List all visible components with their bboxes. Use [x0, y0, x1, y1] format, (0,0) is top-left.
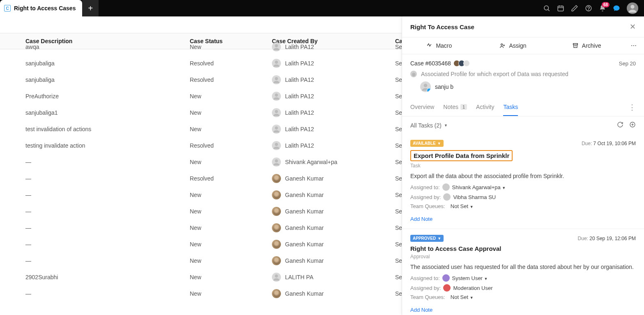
user-avatar-icon [272, 273, 281, 282]
assigned-by-name: Vibha Sharma SU [453, 194, 496, 200]
cell-status: New [184, 225, 266, 231]
tasks-filter-dropdown[interactable]: All Tasks (2) ▼ [410, 122, 448, 129]
chevron-down-icon: ▼ [437, 236, 441, 241]
svg-point-10 [275, 61, 278, 64]
svg-point-16 [275, 160, 278, 162]
profile-row[interactable]: sanju b [420, 81, 636, 92]
user-avatar-icon [272, 125, 281, 134]
task-card[interactable]: APPROVED ▼Due: 20 Sep 19, 12:06 PMRight … [402, 229, 644, 315]
tasks-list: AVAILABLE ▼Due: 7 Oct 19, 10:06 PMExport… [402, 134, 644, 315]
add-note-button[interactable]: Add Note [410, 216, 432, 222]
panel-title: Right To Access Case [410, 23, 474, 30]
tab-activity[interactable]: Activity [476, 99, 494, 116]
panel-more-button[interactable]: ⋯ [623, 37, 644, 54]
assigned-to-name[interactable]: Shivank Agarwal+pa ▼ [452, 184, 506, 190]
refresh-button[interactable] [617, 121, 623, 129]
tab-notes[interactable]: Notes 1 [443, 99, 467, 116]
avatar-icon [442, 274, 450, 282]
case-date: Sep 20 [619, 60, 636, 67]
chat-icon[interactable] [613, 5, 620, 12]
task-status-dropdown[interactable]: APPROVED ▼ [410, 235, 444, 242]
associated-profile-label: ◎ Associated Profile for which export of… [410, 71, 636, 77]
cell-description: sanjubaliga1 [20, 109, 184, 116]
cell-description: — [20, 225, 184, 231]
participant-avatars[interactable] [453, 60, 470, 67]
svg-line-1 [548, 9, 550, 11]
user-avatar-icon [272, 240, 281, 249]
avatar-icon [442, 183, 450, 191]
user-avatar-icon [272, 42, 281, 51]
user-name: Ganesh Kumar [285, 241, 324, 248]
add-tab-button[interactable]: + [82, 0, 99, 16]
team-queues-value[interactable]: Not Set ▼ [451, 294, 474, 300]
user-name: Ganesh Kumar [285, 225, 324, 231]
avatar-mini-icon [463, 60, 470, 67]
profile-avatar-icon [420, 81, 431, 92]
case-number-text: Case #6035468 [410, 60, 451, 67]
user-avatar-icon [272, 75, 281, 84]
task-card[interactable]: AVAILABLE ▼Due: 7 Oct 19, 10:06 PMExport… [402, 134, 644, 229]
refresh-icon [617, 121, 623, 128]
tab-right-to-access[interactable]: C Right to Access Cases [0, 0, 82, 16]
panel-tabs-menu-button[interactable]: ⋮ [628, 103, 636, 112]
assign-button[interactable]: Assign [476, 37, 550, 54]
top-bar: C Right to Access Cases + 68 [0, 0, 644, 16]
svg-point-14 [275, 127, 278, 130]
user-name: LALITH PA [285, 274, 313, 280]
close-panel-button[interactable]: ✕ [630, 22, 636, 31]
macro-button[interactable]: Macro [402, 37, 476, 54]
task-assigned-by: Assigned by: Moderation User [410, 284, 636, 292]
avatar-icon [443, 193, 451, 201]
assign-label: Assign [509, 42, 526, 49]
archive-button[interactable]: Archive [550, 37, 623, 54]
cell-status: New [184, 274, 266, 280]
task-status-dropdown[interactable]: AVAILABLE ▼ [410, 140, 444, 147]
chevron-down-icon: ▼ [437, 141, 441, 146]
cell-status: New [184, 290, 266, 297]
notifications-icon[interactable]: 68 [599, 5, 606, 12]
svg-point-13 [275, 110, 278, 113]
team-queues-value[interactable]: Not Set ▼ [451, 203, 474, 209]
cell-created-by: Shivank Agarwal+pa [266, 158, 389, 167]
user-avatar-icon [272, 174, 281, 183]
user-avatar-icon[interactable] [627, 2, 638, 14]
user-avatar-icon [272, 92, 281, 101]
tab-strip: C Right to Access Cases + [0, 0, 99, 16]
tab-overview[interactable]: Overview [410, 99, 434, 116]
add-note-button[interactable]: Add Note [410, 307, 432, 313]
cell-status: New [184, 109, 266, 116]
task-assigned-to: Assigned to: Shivank Agarwal+pa ▼ [410, 183, 636, 191]
task-assigned-by: Assigned by: Vibha Sharma SU [410, 193, 636, 201]
cell-status: New [184, 126, 266, 132]
assign-icon [499, 42, 506, 49]
macro-label: Macro [436, 42, 452, 49]
svg-point-17 [275, 275, 278, 278]
task-type: Task [410, 163, 636, 169]
task-header: AVAILABLE ▼Due: 7 Oct 19, 10:06 PM [410, 140, 636, 147]
assigned-to-name[interactable]: System User ▼ [452, 275, 488, 281]
svg-point-20 [424, 83, 428, 87]
cell-description: test invalidation of actions [20, 126, 184, 132]
tasks-filter-label: All Tasks (2) [410, 122, 442, 129]
tasks-actions [617, 121, 636, 129]
help-icon[interactable] [585, 5, 592, 12]
tab-app-icon: C [4, 5, 11, 12]
info-icon: ◎ [410, 71, 417, 77]
edit-icon[interactable] [571, 5, 578, 12]
search-icon[interactable] [543, 5, 550, 12]
archive-label: Archive [582, 42, 601, 49]
assigned-by-name: Moderation User [453, 285, 492, 291]
user-avatar-icon [272, 158, 281, 167]
cell-created-by: Lalith PA12 [266, 108, 389, 117]
calendar-icon[interactable] [557, 5, 564, 12]
cell-created-by: LALITH PA [266, 273, 389, 282]
task-description: The associated user has requested for al… [410, 264, 636, 270]
tab-tasks[interactable]: Tasks [503, 99, 518, 116]
chevron-down-icon: ▼ [444, 123, 448, 127]
case-header-row: Case #6035468 Sep 20 [410, 60, 636, 67]
twitter-badge-icon [427, 88, 431, 92]
cell-description: testing invalidate action [20, 142, 184, 149]
svg-point-7 [589, 9, 589, 10]
add-task-button[interactable] [629, 121, 636, 129]
cell-description: PreAuthorize [20, 93, 184, 100]
